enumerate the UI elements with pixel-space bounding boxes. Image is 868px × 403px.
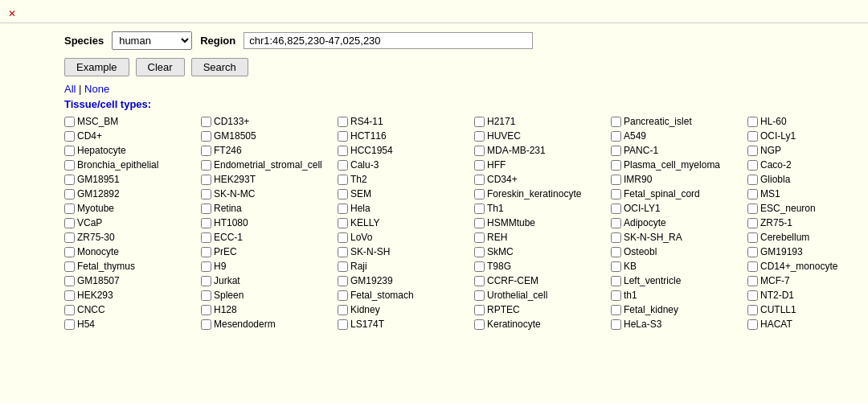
cell-checkbox[interactable] (64, 175, 75, 185)
cell-checkbox[interactable] (747, 175, 758, 185)
cell-checkbox[interactable] (201, 175, 211, 185)
cell-checkbox[interactable] (747, 247, 758, 257)
cell-checkbox[interactable] (338, 189, 348, 199)
cell-checkbox[interactable] (474, 276, 485, 286)
cell-checkbox[interactable] (338, 218, 348, 228)
cell-checkbox[interactable] (201, 189, 211, 199)
cell-checkbox[interactable] (64, 261, 75, 272)
cell-checkbox[interactable] (611, 232, 621, 243)
cell-checkbox[interactable] (747, 232, 758, 243)
cell-checkbox[interactable] (64, 305, 75, 315)
cell-checkbox[interactable] (64, 276, 75, 286)
cell-checkbox[interactable] (611, 146, 621, 156)
cell-checkbox[interactable] (338, 131, 348, 142)
cell-checkbox[interactable] (474, 319, 485, 330)
cell-checkbox[interactable] (338, 160, 348, 171)
cell-checkbox[interactable] (747, 146, 758, 156)
cell-checkbox[interactable] (747, 117, 758, 127)
cell-checkbox[interactable] (611, 218, 621, 228)
cell-checkbox[interactable] (474, 218, 485, 228)
close-icon[interactable]: ✕ (8, 8, 16, 19)
cell-checkbox[interactable] (338, 247, 348, 257)
cell-checkbox[interactable] (747, 189, 758, 199)
cell-checkbox[interactable] (64, 131, 75, 142)
cell-checkbox[interactable] (64, 232, 75, 243)
cell-checkbox[interactable] (611, 160, 621, 171)
cell-checkbox[interactable] (611, 319, 621, 330)
cell-checkbox[interactable] (474, 261, 485, 272)
search-button[interactable]: Search (191, 58, 248, 76)
cell-checkbox[interactable] (747, 276, 758, 286)
cell-checkbox[interactable] (64, 319, 75, 330)
cell-checkbox[interactable] (64, 204, 75, 214)
cell-checkbox[interactable] (611, 290, 621, 301)
cell-checkbox[interactable] (474, 160, 485, 171)
cell-checkbox[interactable] (611, 189, 621, 199)
cell-checkbox[interactable] (611, 276, 621, 286)
cell-checkbox[interactable] (474, 305, 485, 315)
cell-checkbox[interactable] (747, 290, 758, 301)
cell-checkbox[interactable] (338, 305, 348, 315)
clear-button[interactable]: Clear (136, 58, 185, 76)
all-link[interactable]: All (64, 83, 76, 95)
cell-checkbox[interactable] (64, 247, 75, 257)
cell-checkbox[interactable] (201, 117, 211, 127)
cell-checkbox[interactable] (201, 146, 211, 156)
cell-checkbox[interactable] (201, 305, 211, 315)
cell-checkbox[interactable] (747, 261, 758, 272)
cell-checkbox[interactable] (338, 290, 348, 301)
example-button[interactable]: Example (64, 58, 129, 76)
cell-checkbox[interactable] (611, 175, 621, 185)
cell-checkbox[interactable] (747, 160, 758, 171)
cell-checkbox[interactable] (338, 146, 348, 156)
cell-checkbox[interactable] (474, 247, 485, 257)
cell-checkbox[interactable] (338, 204, 348, 214)
cell-checkbox[interactable] (611, 204, 621, 214)
cell-checkbox[interactable] (201, 319, 211, 330)
cell-checkbox[interactable] (201, 160, 211, 171)
cell-checkbox[interactable] (338, 319, 348, 330)
cell-checkbox[interactable] (474, 232, 485, 243)
cell-checkbox[interactable] (747, 319, 758, 330)
cell-checkbox[interactable] (747, 305, 758, 315)
cell-checkbox[interactable] (64, 146, 75, 156)
cell-checkbox[interactable] (64, 290, 75, 301)
cell-checkbox[interactable] (338, 261, 348, 272)
cell-checkbox[interactable] (64, 117, 75, 127)
cell-checkbox[interactable] (201, 276, 211, 286)
none-link[interactable]: None (84, 83, 109, 95)
cell-checkbox[interactable] (474, 290, 485, 301)
cell-checkbox[interactable] (201, 290, 211, 301)
cell-checkbox[interactable] (201, 131, 211, 142)
cell-checkbox[interactable] (474, 175, 485, 185)
cell-checkbox[interactable] (201, 232, 211, 243)
cell-checkbox[interactable] (338, 175, 348, 185)
region-input[interactable] (244, 32, 533, 49)
list-item: OCI-LY1 (611, 202, 747, 215)
cell-checkbox[interactable] (201, 204, 211, 214)
cell-checkbox[interactable] (201, 218, 211, 228)
cell-checkbox[interactable] (474, 131, 485, 142)
cell-checkbox[interactable] (64, 189, 75, 199)
list-item: RS4-11 (338, 115, 474, 128)
cell-checkbox[interactable] (611, 305, 621, 315)
cell-checkbox[interactable] (747, 131, 758, 142)
cell-checkbox[interactable] (611, 131, 621, 142)
cell-checkbox[interactable] (201, 247, 211, 257)
cell-checkbox[interactable] (611, 117, 621, 127)
cell-checkbox[interactable] (474, 146, 485, 156)
cell-checkbox[interactable] (338, 232, 348, 243)
cell-checkbox[interactable] (474, 117, 485, 127)
cell-checkbox[interactable] (64, 160, 75, 171)
cell-checkbox[interactable] (338, 117, 348, 127)
species-select[interactable]: human mouse (112, 31, 192, 50)
cell-checkbox[interactable] (338, 276, 348, 286)
cell-checkbox[interactable] (747, 218, 758, 228)
cell-checkbox[interactable] (611, 247, 621, 257)
cell-checkbox[interactable] (611, 261, 621, 272)
cell-checkbox[interactable] (201, 261, 211, 272)
cell-checkbox[interactable] (474, 204, 485, 214)
cell-checkbox[interactable] (64, 218, 75, 228)
cell-checkbox[interactable] (747, 204, 758, 214)
cell-checkbox[interactable] (474, 189, 485, 199)
